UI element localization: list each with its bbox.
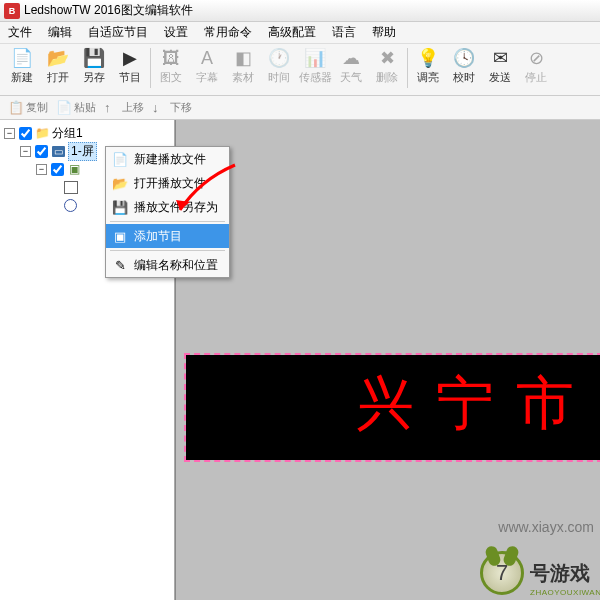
app-title: LedshowTW 2016图文编辑软件 xyxy=(24,2,193,19)
collapse-icon[interactable]: − xyxy=(4,128,15,139)
tool-icon: 📄 xyxy=(10,46,34,70)
subtoolbar: 📋复制📄粘贴↑上移↓下移 xyxy=(0,96,600,120)
tool-删除: ✖删除 xyxy=(369,46,405,85)
ctx-label: 播放文件另存为 xyxy=(134,199,218,216)
tool-icon: 💾 xyxy=(82,46,106,70)
collapse-icon[interactable]: − xyxy=(36,164,47,175)
tool-label: 节目 xyxy=(119,70,141,85)
tree-checkbox[interactable] xyxy=(35,145,48,158)
ctx-save-as-play-file[interactable]: 💾 播放文件另存为 xyxy=(106,195,229,219)
menu-settings[interactable]: 设置 xyxy=(156,24,196,41)
program-icon: ▣ xyxy=(66,162,82,176)
ctx-label: 打开播放文件 xyxy=(134,175,206,192)
file-icon: 📄 xyxy=(110,150,130,168)
collapse-icon[interactable]: − xyxy=(20,146,31,157)
toolbar: 📄新建📂打开💾另存▶节目🖼图文A字幕◧素材🕐时间📊传感器☁天气✖删除💡调亮🕓校时… xyxy=(0,44,600,96)
tool-新建[interactable]: 📄新建 xyxy=(4,46,40,85)
ctx-add-program[interactable]: ▣ 添加节目 xyxy=(106,224,229,248)
tool-label: 调亮 xyxy=(417,70,439,85)
tree-screen-label: 1-屏 xyxy=(68,142,97,161)
tool-图文: 🖼图文 xyxy=(153,46,189,85)
tool-传感器: 📊传感器 xyxy=(297,46,333,85)
tool-label: 校时 xyxy=(453,70,475,85)
subtool-label: 粘贴 xyxy=(74,100,96,115)
tool-调亮[interactable]: 💡调亮 xyxy=(410,46,446,85)
tool-另存[interactable]: 💾另存 xyxy=(76,46,112,85)
tree-root-label: 分组1 xyxy=(52,125,83,142)
tool-发送[interactable]: ✉发送 xyxy=(482,46,518,85)
tool-字幕: A字幕 xyxy=(189,46,225,85)
tool-icon: ☁ xyxy=(339,46,363,70)
tool-label: 删除 xyxy=(376,70,398,85)
tool-label: 传感器 xyxy=(299,70,332,85)
clock-icon xyxy=(64,199,77,212)
calendar-icon xyxy=(64,181,78,194)
subtool-icon: 📋 xyxy=(8,100,24,116)
watermark-text: 号游戏 xyxy=(530,560,590,587)
ctx-label: 编辑名称和位置 xyxy=(134,257,218,274)
tool-label: 天气 xyxy=(340,70,362,85)
ctx-new-play-file[interactable]: 📄 新建播放文件 xyxy=(106,147,229,171)
menubar: 文件 编辑 自适应节目 设置 常用命令 高级配置 语言 帮助 xyxy=(0,22,600,44)
subtool-icon: ↑ xyxy=(104,100,120,116)
titlebar: B LedshowTW 2016图文编辑软件 xyxy=(0,0,600,22)
tool-节目[interactable]: ▶节目 xyxy=(112,46,148,85)
tree-root[interactable]: − 📁 分组1 xyxy=(2,124,172,142)
program-icon: ▣ xyxy=(110,227,130,245)
tool-icon: 🖼 xyxy=(159,46,183,70)
watermark-badge: 7 xyxy=(480,551,524,595)
ctx-edit-name-position[interactable]: ✎ 编辑名称和位置 xyxy=(106,253,229,277)
subtool-label: 复制 xyxy=(26,100,48,115)
subtool-粘贴[interactable]: 📄粘贴 xyxy=(52,100,100,116)
tool-label: 新建 xyxy=(11,70,33,85)
tree-checkbox[interactable] xyxy=(19,127,32,140)
menu-help[interactable]: 帮助 xyxy=(364,24,404,41)
separator xyxy=(110,250,225,251)
menu-commands[interactable]: 常用命令 xyxy=(196,24,260,41)
tool-打开[interactable]: 📂打开 xyxy=(40,46,76,85)
menu-file[interactable]: 文件 xyxy=(0,24,40,41)
subtool-label: 下移 xyxy=(170,100,192,115)
subtool-label: 上移 xyxy=(122,100,144,115)
subtool-复制[interactable]: 📋复制 xyxy=(4,100,52,116)
tool-label: 素材 xyxy=(232,70,254,85)
folder-icon: 📁 xyxy=(34,126,50,140)
tree-checkbox[interactable] xyxy=(51,163,64,176)
watermark-url: www.xiayx.com xyxy=(498,519,594,535)
tool-label: 打开 xyxy=(47,70,69,85)
tool-icon: ✖ xyxy=(375,46,399,70)
tool-校时[interactable]: 🕓校时 xyxy=(446,46,482,85)
edit-icon: ✎ xyxy=(110,256,130,274)
tool-icon: 📂 xyxy=(46,46,70,70)
watermark-sub: ZHAOYOUXIWANG xyxy=(530,588,600,597)
tool-label: 停止 xyxy=(525,70,547,85)
tool-label: 另存 xyxy=(83,70,105,85)
ctx-label: 新建播放文件 xyxy=(134,151,206,168)
tool-label: 时间 xyxy=(268,70,290,85)
tool-icon: ▶ xyxy=(118,46,142,70)
subtool-icon: ↓ xyxy=(152,100,168,116)
tool-icon: A xyxy=(195,46,219,70)
tool-天气: ☁天气 xyxy=(333,46,369,85)
tool-icon: ✉ xyxy=(488,46,512,70)
tool-icon: 🕓 xyxy=(452,46,476,70)
app-icon: B xyxy=(4,3,20,19)
led-text: 兴宁市 xyxy=(356,365,596,443)
tool-label: 发送 xyxy=(489,70,511,85)
tool-停止: ⊘停止 xyxy=(518,46,554,85)
tool-label: 图文 xyxy=(160,70,182,85)
tool-时间: 🕐时间 xyxy=(261,46,297,85)
led-display-area[interactable]: 兴宁市 xyxy=(186,355,600,460)
watermark-logo: 7 号游戏 ZHAOYOUXIWANG xyxy=(480,551,590,595)
menu-advanced[interactable]: 高级配置 xyxy=(260,24,324,41)
ctx-label: 添加节目 xyxy=(134,228,182,245)
context-menu: 📄 新建播放文件 📂 打开播放文件 💾 播放文件另存为 ▣ 添加节目 ✎ 编辑名… xyxy=(105,146,230,278)
ctx-open-play-file[interactable]: 📂 打开播放文件 xyxy=(106,171,229,195)
menu-adaptive[interactable]: 自适应节目 xyxy=(80,24,156,41)
separator xyxy=(110,221,225,222)
subtool-上移[interactable]: ↑上移 xyxy=(100,100,148,116)
menu-language[interactable]: 语言 xyxy=(324,24,364,41)
tool-icon: ⊘ xyxy=(524,46,548,70)
menu-edit[interactable]: 编辑 xyxy=(40,24,80,41)
subtool-下移[interactable]: ↓下移 xyxy=(148,100,196,116)
